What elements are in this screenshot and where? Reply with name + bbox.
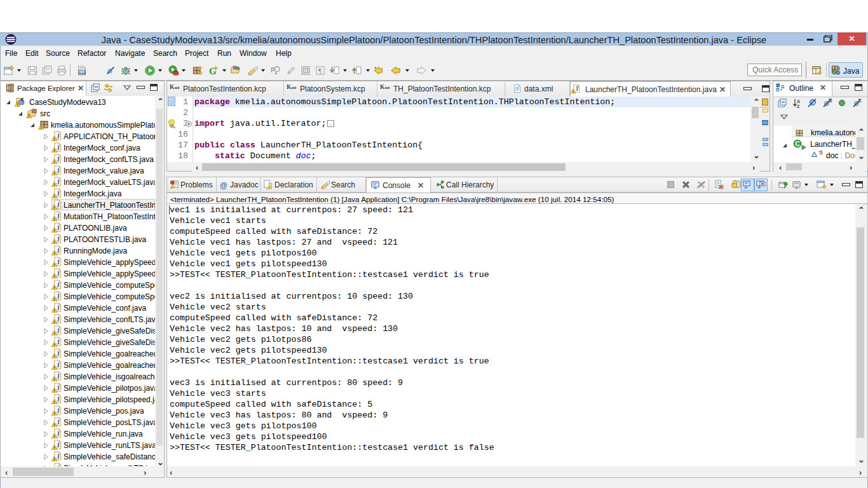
svg-text:J: J xyxy=(837,65,841,72)
svg-text:¶: ¶ xyxy=(318,67,322,74)
svg-text:010: 010 xyxy=(79,71,86,74)
svg-text:z: z xyxy=(797,103,799,109)
